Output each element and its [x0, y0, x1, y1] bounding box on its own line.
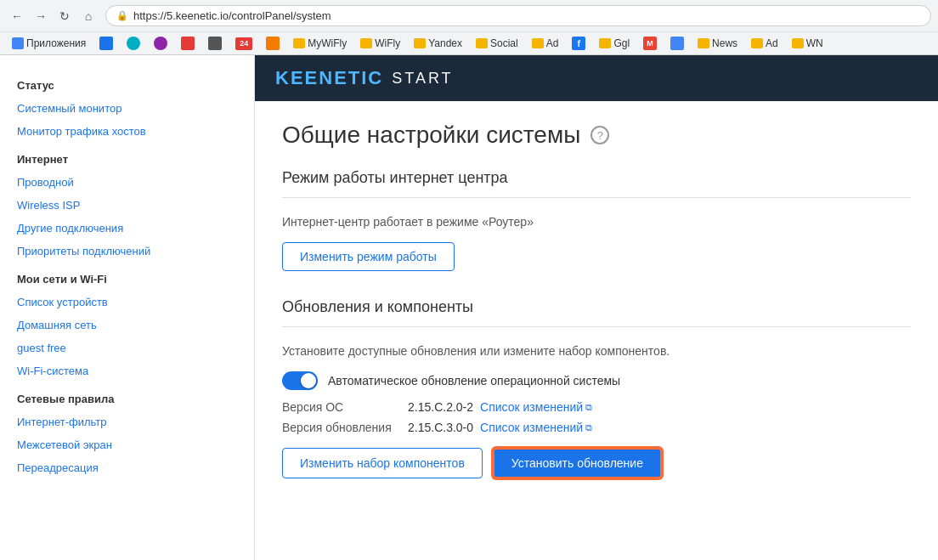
- bookmark-3[interactable]: [121, 35, 145, 52]
- version-os-value: 2.15.C.2.0-2: [408, 400, 473, 414]
- bookmark-24[interactable]: 24: [230, 36, 257, 52]
- sidebar-item-wifi-system[interactable]: Wi-Fi-система: [0, 359, 254, 382]
- sidebar-section-title-internet: Интернет: [0, 143, 254, 171]
- bookmark-label: Приложения: [26, 37, 86, 49]
- content-body: Общие настройки системы ? Режим работы и…: [255, 101, 938, 560]
- section-divider: [282, 197, 911, 198]
- bookmark-label: News: [712, 37, 737, 49]
- section-mode: Режим работы интернет центра Интернет-це…: [282, 169, 911, 271]
- bookmark-yandex[interactable]: Yandex: [409, 36, 467, 51]
- change-components-button[interactable]: Изменить набор компонентов: [282, 448, 483, 478]
- gmail-icon: M: [643, 37, 657, 50]
- sidebar-section-title-rules: Сетевые правила: [0, 382, 254, 410]
- sidebar-item-wireless-isp[interactable]: Wireless ISP: [0, 194, 254, 217]
- bookmark-barchart[interactable]: [261, 35, 285, 52]
- reload-button[interactable]: ↻: [54, 6, 75, 26]
- home-button[interactable]: ⌂: [78, 6, 99, 26]
- sidebar-item-other-connections[interactable]: Другие подключения: [0, 217, 254, 240]
- bm6-icon: [208, 37, 222, 50]
- bookmark-translate[interactable]: [665, 35, 689, 52]
- address-bar[interactable]: 🔒 https://5.keenetic.io/controlPanel/sys…: [105, 5, 931, 26]
- version-os-row: Версия ОС 2.15.C.2.0-2 Список изменений …: [282, 400, 911, 414]
- bookmark-label: Ad: [766, 37, 778, 49]
- help-icon[interactable]: ?: [590, 126, 609, 144]
- sidebar-item-guest[interactable]: guest free: [0, 337, 254, 359]
- sidebar-section-status: Статус Системный монитор Монитор трафика…: [0, 69, 254, 143]
- change-mode-button[interactable]: Изменить режим работы: [282, 242, 455, 271]
- sidebar: Статус Системный монитор Монитор трафика…: [0, 55, 255, 560]
- install-update-button[interactable]: Установить обновление: [493, 448, 662, 478]
- changelog-update-link[interactable]: Список изменений ⧉: [480, 421, 592, 434]
- bookmark-5[interactable]: [176, 35, 200, 52]
- auto-update-label: Автоматическое обновление операционной с…: [328, 374, 620, 387]
- sidebar-item-devices[interactable]: Список устройств: [0, 291, 254, 314]
- version-update-value: 2.15.C.3.0-0: [408, 421, 473, 434]
- bookmark-gmail[interactable]: M: [638, 35, 662, 52]
- sidebar-item-firewall[interactable]: Межсетевой экран: [0, 433, 254, 456]
- bm24-icon: 24: [235, 37, 252, 50]
- bookmark-facebook[interactable]: f: [567, 35, 590, 52]
- toggle-knob: [301, 373, 316, 388]
- folder-icon: [414, 38, 426, 48]
- bookmark-news[interactable]: News: [692, 36, 743, 51]
- folder-icon: [532, 38, 544, 48]
- folder-icon: [293, 38, 305, 48]
- bookmark-wifiy[interactable]: WiFly: [355, 36, 405, 51]
- auto-update-toggle[interactable]: [282, 371, 318, 390]
- app-layout: Статус Системный монитор Монитор трафика…: [0, 55, 938, 560]
- bookmark-4[interactable]: [149, 35, 172, 52]
- sidebar-section-internet: Интернет Проводной Wireless ISP Другие п…: [0, 143, 254, 263]
- folder-icon: [792, 38, 804, 48]
- sidebar-item-forwarding[interactable]: Переадресация: [0, 456, 254, 479]
- browser-chrome: ← → ↻ ⌂ 🔒 https://5.keenetic.io/controlP…: [0, 0, 938, 55]
- back-button[interactable]: ←: [7, 6, 27, 26]
- translate-icon: [670, 37, 684, 50]
- changelog-os-link[interactable]: Список изменений ⧉: [480, 400, 592, 414]
- section-updates-desc: Установите доступные обновления или изме…: [282, 344, 911, 358]
- external-link-icon: ⧉: [585, 402, 592, 413]
- facebook-icon: f: [572, 37, 585, 50]
- bookmark-label: WN: [806, 37, 823, 49]
- bm2-icon: [99, 37, 113, 50]
- bookmark-ggl[interactable]: Ggl: [594, 36, 635, 51]
- bookmark-2[interactable]: [94, 35, 118, 52]
- bookmark-mywifiy[interactable]: MyWiFly: [288, 36, 352, 51]
- bookmark-ad2[interactable]: Ad: [746, 36, 783, 51]
- bookmark-label: WiFly: [375, 37, 400, 49]
- bookmark-label: Ggl: [613, 37, 630, 49]
- folder-icon: [698, 38, 709, 48]
- barchart-icon: [266, 37, 280, 50]
- bookmark-ad1[interactable]: Ad: [527, 36, 564, 51]
- sidebar-section-networks: Мои сети и Wi-Fi Список устройств Домашн…: [0, 263, 254, 382]
- section-mode-desc: Интернет-центр работает в режиме «Роутер…: [282, 215, 911, 229]
- bookmark-apps[interactable]: Приложения: [7, 36, 91, 51]
- bookmark-wn[interactable]: WN: [787, 36, 828, 51]
- section-updates-title: Обновления и компоненты: [282, 298, 911, 316]
- nav-buttons: ← → ↻ ⌂: [7, 6, 99, 26]
- sidebar-item-home-network[interactable]: Домашняя сеть: [0, 314, 254, 337]
- folder-icon: [751, 38, 763, 48]
- url-text: https://5.keenetic.io/controlPanel/syste…: [133, 9, 920, 22]
- version-os-label: Версия ОС: [282, 400, 401, 414]
- page-title: Общие настройки системы ?: [282, 122, 911, 149]
- bm5-icon: [181, 37, 195, 50]
- bookmark-label: Ad: [546, 37, 559, 49]
- bookmark-label: Social: [490, 37, 518, 49]
- bm3-icon: [127, 37, 140, 50]
- keenetic-product: START: [392, 70, 453, 88]
- bookmark-social[interactable]: Social: [471, 36, 523, 51]
- folder-icon: [360, 38, 372, 48]
- forward-button[interactable]: →: [31, 6, 51, 26]
- auto-update-row: Автоматическое обновление операционной с…: [282, 371, 911, 390]
- sidebar-section-rules: Сетевые правила Интернет-фильтр Межсетев…: [0, 382, 254, 479]
- bookmark-6[interactable]: [203, 35, 227, 52]
- sidebar-item-system-monitor[interactable]: Системный монитор: [0, 97, 254, 120]
- main-content: KEENETIC START Общие настройки системы ?…: [255, 55, 938, 560]
- sidebar-item-traffic-monitor[interactable]: Монитор трафика хостов: [0, 120, 254, 143]
- folder-icon: [476, 38, 488, 48]
- page-title-text: Общие настройки системы: [282, 122, 580, 149]
- bookmark-label: MyWiFly: [308, 37, 347, 49]
- sidebar-item-priorities[interactable]: Приоритеты подключений: [0, 240, 254, 263]
- sidebar-item-wired[interactable]: Проводной: [0, 171, 254, 194]
- sidebar-item-filter[interactable]: Интернет-фильтр: [0, 410, 254, 433]
